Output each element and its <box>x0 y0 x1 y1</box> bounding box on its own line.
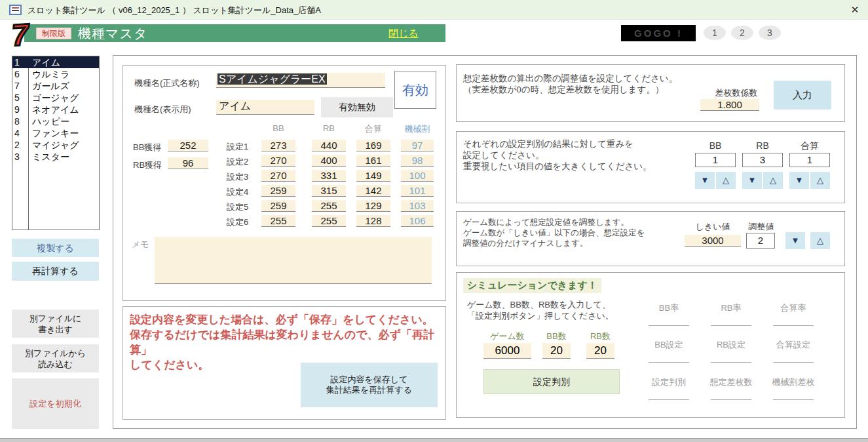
setting2-gassan-input[interactable]: 161 <box>356 155 390 167</box>
weight-rb-up-icon[interactable]: △ <box>763 172 783 189</box>
threshold-down-icon[interactable]: ▼ <box>785 232 805 249</box>
adjust-input[interactable]: 2 <box>746 233 775 249</box>
setting6-bb-input[interactable]: 255 <box>261 215 295 227</box>
setting3-gassan-input[interactable]: 149 <box>356 170 390 182</box>
save-warning-panel: 設定内容を変更した場合は、必ず「保存」をしてください。 保存するだけでは集計結果… <box>123 306 446 420</box>
rb-count-input[interactable]: 20 <box>586 343 614 359</box>
official-name-input[interactable]: SアイムジャグラーEX <box>216 73 385 88</box>
export-file-button[interactable]: 別ファイルに 書き出す <box>12 310 99 338</box>
machine-id: 7 <box>12 80 28 92</box>
machine-id: 2 <box>12 139 28 151</box>
result-gassan-setting-value <box>773 362 814 363</box>
rb-get-label: RB獲得 <box>133 159 162 171</box>
list-item[interactable]: 1アイム <box>12 56 99 68</box>
nav-button-1[interactable]: 1 <box>704 26 726 40</box>
setting4-rb-input[interactable]: 315 <box>312 185 346 197</box>
setting4-gassan-input[interactable]: 142 <box>356 185 390 197</box>
weight-bb-up-icon[interactable]: △ <box>716 172 736 189</box>
judge-setting-button[interactable]: 設定判別 <box>483 369 620 394</box>
setting1-rate-input[interactable]: 97 <box>401 140 434 151</box>
setting3-bb-input[interactable]: 270 <box>261 170 295 182</box>
result-rb-setting-label: RB設定 <box>711 339 751 351</box>
list-item[interactable]: 9ネオアイム <box>12 104 99 115</box>
machine-name: ネオアイム <box>28 104 79 115</box>
status-enabled-button[interactable]: 有効 <box>394 71 436 109</box>
setting2-rb-input[interactable]: 400 <box>312 155 346 167</box>
display-name-label: 機種名(表示用) <box>134 104 191 115</box>
setting5-rb-input[interactable]: 255 <box>312 200 346 212</box>
result-gassan-rate-value <box>773 325 814 326</box>
close-form-link[interactable]: 閉じる <box>388 28 419 40</box>
memo-input[interactable] <box>155 237 432 284</box>
list-item[interactable]: 6ウルミラ <box>12 68 99 80</box>
list-item[interactable]: 3ミスター <box>12 151 99 163</box>
weight-gassan-down-icon[interactable]: ▼ <box>789 172 809 189</box>
weight-gassan-up-icon[interactable]: △ <box>810 172 830 189</box>
bb-get-input[interactable]: 252 <box>168 140 208 151</box>
recalculate-button[interactable]: 再計算する <box>12 262 99 281</box>
setting3-rb-input[interactable]: 331 <box>312 170 346 182</box>
setting2-rate-input[interactable]: 98 <box>401 155 434 167</box>
setting4-bb-input[interactable]: 259 <box>261 185 295 197</box>
display-name-input[interactable]: アイム <box>216 100 314 115</box>
duplicate-button[interactable]: 複製する <box>12 239 99 257</box>
result-bb-setting-label: BB設定 <box>649 339 689 351</box>
weight-bb-down-icon[interactable]: ▼ <box>695 172 715 189</box>
save-and-recalculate-button[interactable]: 設定内容を保存して 集計結果を再計算する <box>301 363 438 407</box>
weight-rb-input[interactable]: 3 <box>742 153 783 167</box>
input-button[interactable]: 入力 <box>774 81 831 110</box>
rb-count-label: RB数 <box>586 331 614 342</box>
list-item[interactable]: 2マイジャグ <box>12 139 99 151</box>
machine-id: 3 <box>12 151 28 163</box>
setting5-gassan-input[interactable]: 129 <box>356 200 390 212</box>
games-label: ゲーム数 <box>483 331 531 342</box>
machine-name: ゴージャグ <box>28 92 79 104</box>
setting3-rate-input[interactable]: 100 <box>401 170 434 182</box>
machine-id: 5 <box>12 92 28 104</box>
list-item[interactable]: 4ファンキー <box>12 127 99 139</box>
coefficient-input[interactable]: 1.800 <box>700 99 759 111</box>
setting4-rate-input[interactable]: 101 <box>401 185 434 197</box>
setting1-rb-input[interactable]: 440 <box>312 140 346 151</box>
col-header-gassan: 合算 <box>356 123 390 135</box>
threshold-input[interactable]: 3000 <box>685 235 741 247</box>
weight-gassan-input[interactable]: 1 <box>789 153 830 167</box>
games-input[interactable]: 6000 <box>483 343 531 359</box>
setting1-bb-input[interactable]: 273 <box>261 140 295 151</box>
close-icon[interactable]: ✕ <box>845 2 865 18</box>
setting2-bb-input[interactable]: 270 <box>261 155 295 167</box>
list-item[interactable]: 5ゴージャグ <box>12 92 99 104</box>
weight-rb-down-icon[interactable]: ▼ <box>742 172 762 189</box>
gogo-button[interactable]: GOGO ! <box>621 25 696 41</box>
setting6-rate-input[interactable]: 106 <box>401 215 434 227</box>
weight-panel: それぞれの設定判別の結果に対して重みを 設定してください。 重要視したい項目の値… <box>456 131 845 203</box>
threshold-label: しきい値 <box>685 221 741 233</box>
machine-name: マイジャグ <box>28 139 79 151</box>
list-item[interactable]: 7ガールズ <box>12 80 99 92</box>
setting6-gassan-input[interactable]: 128 <box>356 215 390 227</box>
setting5-rate-input[interactable]: 103 <box>401 200 434 212</box>
toggle-enabled-button[interactable]: 有効無効 <box>321 97 393 117</box>
rb-get-input[interactable]: 96 <box>168 157 208 169</box>
result-bb-rate-value <box>649 325 689 326</box>
reset-settings-button[interactable]: 設定を初期化 <box>12 378 99 429</box>
threshold-up-icon[interactable]: △ <box>810 232 830 249</box>
machine-name: アイム <box>28 56 60 68</box>
weight-description: それぞれの設定判別の結果に対して重みを 設定してください。 重要視したい項目の値… <box>463 138 652 172</box>
machine-detail-panel: 機種名(正式名称) SアイムジャグラーEX 有効 機種名(表示用) アイム 有効… <box>123 65 446 301</box>
import-file-button[interactable]: 別ファイルから 読み込む <box>12 344 99 372</box>
taskbar-edge <box>0 438 868 442</box>
weight-bb-input[interactable]: 1 <box>695 153 736 167</box>
bb-count-input[interactable]: 20 <box>542 343 571 359</box>
setting1-gassan-input[interactable]: 169 <box>356 140 390 151</box>
list-item[interactable]: 8ハッピー <box>12 115 99 127</box>
nav-button-3[interactable]: 3 <box>759 26 781 40</box>
result-judge-value <box>649 399 689 400</box>
result-gassan-rate-label: 合算率 <box>773 302 814 314</box>
setting5-bb-input[interactable]: 259 <box>261 200 295 212</box>
setting6-rb-input[interactable]: 255 <box>312 215 346 227</box>
coefficient-label: 差枚数係数 <box>707 87 766 99</box>
access-form-icon <box>9 5 22 15</box>
nav-button-2[interactable]: 2 <box>731 26 753 40</box>
machine-id: 8 <box>12 115 28 127</box>
